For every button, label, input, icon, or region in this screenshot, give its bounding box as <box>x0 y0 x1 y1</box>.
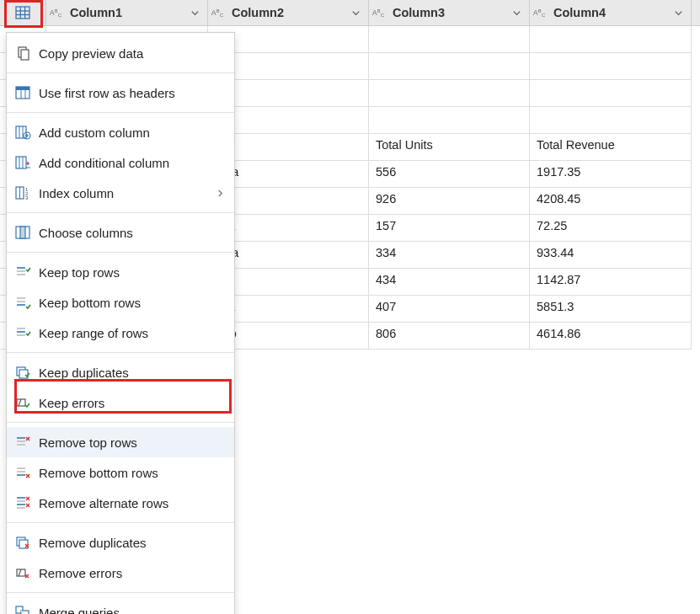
menu-add-conditional-column[interactable]: Add conditional column <box>7 147 234 178</box>
menu-label: Remove alternate rows <box>39 496 224 510</box>
menu-remove-bottom-rows[interactable]: Remove bottom rows <box>7 457 234 488</box>
menu-label: Choose columns <box>39 226 224 240</box>
chevron-down-icon <box>512 8 521 18</box>
svg-text:C: C <box>542 13 546 18</box>
abc-type-icon: ABC <box>533 5 548 20</box>
menu-keep-duplicates[interactable]: Keep duplicates <box>7 357 234 387</box>
table-menu-button[interactable] <box>0 0 46 25</box>
conditional-column-icon <box>13 153 32 172</box>
cell[interactable]: 434 <box>369 269 530 296</box>
cell[interactable]: 334 <box>369 242 530 269</box>
menu-keep-bottom-rows[interactable]: Keep bottom rows <box>7 287 234 318</box>
menu-keep-top-rows[interactable]: Keep top rows <box>7 257 234 287</box>
chevron-down-icon <box>351 8 361 18</box>
menu-label: Keep duplicates <box>39 366 224 380</box>
column-1-label: Column1 <box>70 6 187 19</box>
cell[interactable]: 1917.35 <box>530 161 692 188</box>
column-4-label: Column4 <box>553 6 671 19</box>
cell[interactable]: 5851.3 <box>530 296 692 323</box>
column-header-1[interactable]: ABC Column1 <box>46 0 208 25</box>
cell[interactable]: 1142.87 <box>530 269 692 296</box>
submenu-arrow-icon <box>216 187 224 200</box>
menu-label: Keep errors <box>39 396 224 410</box>
custom-column-icon <box>13 123 32 141</box>
menu-copy-preview-data[interactable]: Copy preview data <box>7 38 234 68</box>
cell[interactable] <box>369 107 530 134</box>
svg-rect-36 <box>20 227 25 238</box>
table-context-menu: Copy preview data Use first row as heade… <box>6 32 235 614</box>
menu-merge-queries[interactable]: Merge queries <box>7 597 234 614</box>
cell[interactable]: 407 <box>369 296 530 323</box>
cell[interactable]: 806 <box>369 323 530 350</box>
column-header-2[interactable]: ABC Column2 <box>208 0 369 25</box>
svg-text:A: A <box>533 9 538 17</box>
remove-errors-icon <box>13 563 32 582</box>
menu-label: Keep range of rows <box>39 326 224 340</box>
svg-text:C: C <box>381 13 385 18</box>
keep-duplicates-icon <box>13 363 32 382</box>
cell[interactable] <box>369 26 530 53</box>
menu-label: Merge queries <box>39 606 224 615</box>
svg-rect-27 <box>16 157 26 168</box>
column-2-label: Column2 <box>232 6 348 19</box>
table-header-icon <box>13 83 32 102</box>
menu-use-first-row-as-headers[interactable]: Use first row as headers <box>7 77 234 108</box>
menu-remove-top-rows[interactable]: Remove top rows <box>7 427 234 457</box>
menu-label: Copy preview data <box>39 46 224 61</box>
cell[interactable]: 4208.45 <box>530 188 692 215</box>
cell[interactable] <box>530 80 692 107</box>
cell[interactable]: 157 <box>369 215 530 242</box>
cell[interactable] <box>369 80 530 107</box>
copy-icon <box>13 44 32 62</box>
cell[interactable]: 72.25 <box>530 215 692 242</box>
menu-keep-range-of-rows[interactable]: Keep range of rows <box>7 318 234 348</box>
column-3-filter-button[interactable] <box>509 5 524 20</box>
svg-rect-64 <box>21 611 23 613</box>
menu-label: Add custom column <box>39 125 224 140</box>
column-1-filter-button[interactable] <box>187 5 202 20</box>
menu-label: Remove errors <box>39 566 224 580</box>
menu-keep-errors[interactable]: Keep errors <box>7 387 234 418</box>
cell[interactable]: 933.44 <box>530 242 692 269</box>
cell[interactable]: Total Revenue <box>530 134 692 161</box>
cell[interactable] <box>530 26 692 53</box>
column-2-filter-button[interactable] <box>348 5 363 20</box>
cell[interactable] <box>530 53 692 80</box>
cell[interactable]: Total Units <box>369 134 530 161</box>
menu-separator <box>7 592 234 593</box>
cell[interactable] <box>369 53 530 80</box>
abc-type-icon: ABC <box>372 5 387 20</box>
remove-top-rows-icon <box>13 433 32 451</box>
svg-text:C: C <box>220 13 224 18</box>
menu-separator <box>7 112 234 113</box>
remove-bottom-rows-icon <box>13 463 32 482</box>
menu-index-column[interactable]: 123 Index column <box>7 178 234 208</box>
column-4-filter-button[interactable] <box>671 5 686 20</box>
menu-label: Remove duplicates <box>39 536 224 550</box>
menu-remove-alternate-rows[interactable]: Remove alternate rows <box>7 488 234 518</box>
cell[interactable] <box>530 107 692 134</box>
svg-text:A: A <box>50 9 55 17</box>
menu-separator <box>7 422 234 423</box>
column-header-3[interactable]: ABC Column3 <box>369 0 530 25</box>
cell[interactable]: 556 <box>369 161 530 188</box>
chevron-down-icon <box>190 8 200 18</box>
cell[interactable]: 926 <box>369 188 530 215</box>
svg-text:A: A <box>372 9 377 17</box>
menu-remove-errors[interactable]: Remove errors <box>7 558 234 588</box>
menu-choose-columns[interactable]: Choose columns <box>7 217 234 248</box>
menu-add-custom-column[interactable]: Add custom column <box>7 117 234 147</box>
menu-label: Add conditional column <box>39 156 224 170</box>
svg-text:C: C <box>58 13 62 18</box>
menu-separator <box>7 72 234 73</box>
column-header-4[interactable]: ABC Column4 <box>530 0 692 25</box>
menu-label: Keep top rows <box>39 265 224 280</box>
svg-text:A: A <box>211 9 216 17</box>
menu-remove-duplicates[interactable]: Remove duplicates <box>7 527 234 558</box>
cell[interactable]: 4614.86 <box>530 323 692 350</box>
abc-type-icon: ABC <box>50 5 65 20</box>
column-header-row: ABC Column1 ABC Column2 ABC Column3 ABC … <box>0 0 700 26</box>
remove-alternate-rows-icon <box>13 494 32 512</box>
menu-separator <box>7 352 234 353</box>
menu-separator <box>7 212 234 213</box>
